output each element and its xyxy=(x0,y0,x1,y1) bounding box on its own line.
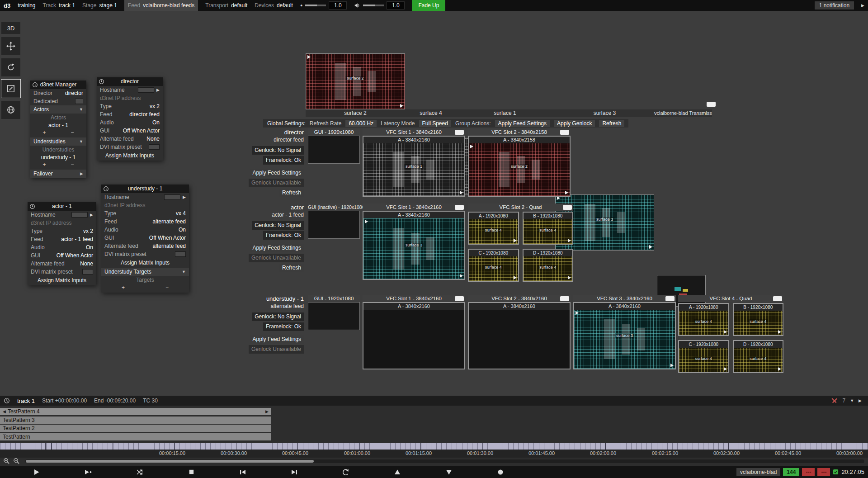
machine-name[interactable]: director xyxy=(190,128,304,136)
feed-row[interactable]: Feed actor - 1 feed xyxy=(28,235,96,243)
vfc-output-preview[interactable]: surface 4 xyxy=(524,219,573,244)
add-actor-button[interactable]: + xyxy=(42,129,46,136)
understudies-section-header[interactable]: Understudies ▼ xyxy=(30,137,86,146)
dvi-matr​ix-input[interactable] xyxy=(149,144,160,150)
feed-menu[interactable]: Feed vclaiborne-blad feeds xyxy=(124,0,198,11)
move-tool-button[interactable] xyxy=(1,37,20,55)
gui-feed-label[interactable]: vclaiborne-blad Transmissi...GUI xyxy=(654,109,712,117)
quad-output-c[interactable]: C - 1920x1080 surface 4 xyxy=(468,249,519,282)
layer-bar-testpattern3[interactable]: TestPattern 3 xyxy=(0,416,271,424)
gui-output-preview[interactable] xyxy=(308,302,360,330)
layer-bar-testpattern[interactable]: TestPattern xyxy=(0,433,271,440)
cue-up-button[interactable] xyxy=(393,468,401,476)
refresh-rate-value[interactable]: 60.000 Hz xyxy=(345,120,377,127)
globe-tool-button[interactable] xyxy=(1,101,20,119)
gui-output-preview[interactable] xyxy=(308,136,360,164)
stage-menu[interactable]: Stage stage 1 xyxy=(82,0,117,11)
record-button[interactable] xyxy=(496,468,505,476)
track-menu[interactable]: Track track 1 xyxy=(43,0,75,11)
volume-value[interactable]: 1.0 xyxy=(387,1,405,9)
remove-actor-button[interactable]: − xyxy=(71,129,74,136)
type-row[interactable]: Type vx 4 xyxy=(101,209,189,218)
understudy-gui-output[interactable]: GUI - 1920x1080 xyxy=(308,295,360,330)
dedicated-row[interactable]: Dedicated xyxy=(30,97,86,105)
panel-header[interactable]: d3net Manager xyxy=(30,80,86,89)
vfc-output-preview[interactable]: surface 3 xyxy=(574,310,675,369)
dvi-matrix-row[interactable]: DVI matrix preset xyxy=(28,268,96,276)
cue-down-button[interactable] xyxy=(445,468,453,476)
alternate-feed-row[interactable]: Alternate feed None xyxy=(97,135,163,143)
vfc-output-preview[interactable]: surface 4 xyxy=(469,219,518,244)
dedicated-checkbox[interactable] xyxy=(75,99,83,104)
vfc-output-preview[interactable]: surface 4 xyxy=(734,311,783,335)
vfc-output-preview[interactable] xyxy=(363,310,464,369)
quad-output-a[interactable]: A - 1920x1080 surface 4 xyxy=(678,303,729,336)
quad-output-d[interactable]: D - 1920x1080 surface 4 xyxy=(523,249,574,282)
machine-feed[interactable]: actor - 1 feed xyxy=(190,211,304,219)
understudy-vfc-slot-1[interactable]: VFC Slot 1 - 3840x2160 A - 3840x2160 xyxy=(363,295,465,369)
quad-output-c[interactable]: C - 1920x1080 surface 4 xyxy=(678,340,729,373)
gui-row[interactable]: GUI Off When Actor xyxy=(101,234,189,242)
dvi-matrix-row[interactable]: DVI matrix preset xyxy=(97,143,163,151)
vfc-output-preview[interactable]: surface 1 xyxy=(363,143,464,196)
assign-matrix-inputs-button[interactable]: Assign Matrix Inputs xyxy=(101,258,189,268)
vfc-slot-checkbox[interactable] xyxy=(455,205,464,210)
play-to-end-of-section-button[interactable] xyxy=(84,468,92,476)
vfc-slot-checkbox[interactable] xyxy=(455,130,464,135)
chevron-right-icon[interactable]: ▶ xyxy=(183,195,186,199)
vfc-output-preview[interactable]: surface 2 xyxy=(469,143,570,196)
failover-section-header[interactable]: Failover ▶ xyxy=(30,170,86,178)
gui-row[interactable]: GUI Off When Actor xyxy=(28,251,96,260)
surface-label[interactable]: surface 2 xyxy=(306,109,405,117)
type-row[interactable]: Type vx 2 xyxy=(28,227,96,235)
tools-icon[interactable] xyxy=(831,398,838,404)
hostname-row[interactable]: Hostname ▶ xyxy=(101,193,189,201)
quad-output-d[interactable]: D - 1920x1080 surface 4 xyxy=(733,340,784,373)
scrollbar-thumb[interactable] xyxy=(26,460,314,463)
layer-bar-testpattern4[interactable]: ◀ TestPattern 4 ▶ xyxy=(0,408,271,415)
volume-slider[interactable] xyxy=(363,5,384,6)
dvi-matrix-input[interactable] xyxy=(82,269,93,274)
alternate-feed-row[interactable]: Alternate feed None xyxy=(28,260,96,268)
feed-row[interactable]: Feed alternate feed xyxy=(101,218,189,226)
chevron-right-icon[interactable]: ▶ xyxy=(859,398,862,403)
return-to-start-button[interactable] xyxy=(342,468,350,476)
audio-row[interactable]: Audio On xyxy=(101,226,189,234)
assign-matrix-inputs-button[interactable]: Assign Matrix Inputs xyxy=(97,151,163,161)
rotate-tool-button[interactable] xyxy=(1,58,20,76)
timeline-scrollbar[interactable] xyxy=(25,459,864,463)
director-vfc-slot-2[interactable]: VFC Slot 2 - 3840x2158 A - 3840x2158 sur… xyxy=(468,128,571,197)
hostname-input[interactable] xyxy=(164,194,180,200)
project-menu[interactable]: training xyxy=(18,2,35,9)
machine-name[interactable]: understudy - 1 xyxy=(190,295,304,303)
panel-header[interactable]: director xyxy=(97,77,163,86)
chevron-right-icon[interactable]: ▶ xyxy=(90,213,93,217)
timeline-ruler[interactable] xyxy=(0,443,868,450)
gui-feed-checkbox[interactable] xyxy=(707,102,716,107)
chevron-right-icon[interactable]: ▶ xyxy=(156,88,160,92)
chevron-left-icon[interactable]: ◀ xyxy=(3,408,6,415)
apply-feed-settings-button[interactable]: Apply Feed Settings xyxy=(250,335,304,344)
hostname-input[interactable] xyxy=(71,212,88,218)
add-understudy-button[interactable]: + xyxy=(42,161,46,168)
dvi-matrix-row[interactable]: DVI matrix preset xyxy=(101,250,189,258)
brightness-slider[interactable] xyxy=(305,5,326,6)
vfc-output-preview[interactable]: surface 4 xyxy=(469,256,518,281)
panel-header[interactable]: actor - 1 xyxy=(28,202,96,211)
machine-feed[interactable]: alternate feed xyxy=(190,303,304,310)
understudy-targets-section-header[interactable]: Understudy Targets ▼ xyxy=(101,268,189,276)
fade-up-button[interactable]: Fade Up xyxy=(412,0,445,11)
panel-header[interactable]: understudy - 1 xyxy=(101,185,189,193)
actor-vfc-slot-2-quad[interactable]: VFC Slot 2 - Quad A - 1920x1080 surface … xyxy=(468,204,573,282)
machine-feed[interactable]: director feed xyxy=(190,136,304,144)
hostname-input[interactable] xyxy=(138,87,154,93)
vfc-output-preview[interactable]: surface 3 xyxy=(363,218,464,279)
actors-section-header[interactable]: Actors ▼ xyxy=(30,105,86,114)
scale-tool-button[interactable] xyxy=(1,80,20,98)
vfc-output-preview[interactable]: surface 4 xyxy=(679,348,728,372)
zoom-in-button[interactable] xyxy=(2,457,11,465)
track-name[interactable]: track 1 xyxy=(17,398,35,404)
previous-section-button[interactable] xyxy=(239,468,247,476)
actor-gui-output[interactable]: GUI (inactive) - 1920x1080 xyxy=(308,204,360,239)
surface-label[interactable]: surface 1 xyxy=(457,109,553,117)
